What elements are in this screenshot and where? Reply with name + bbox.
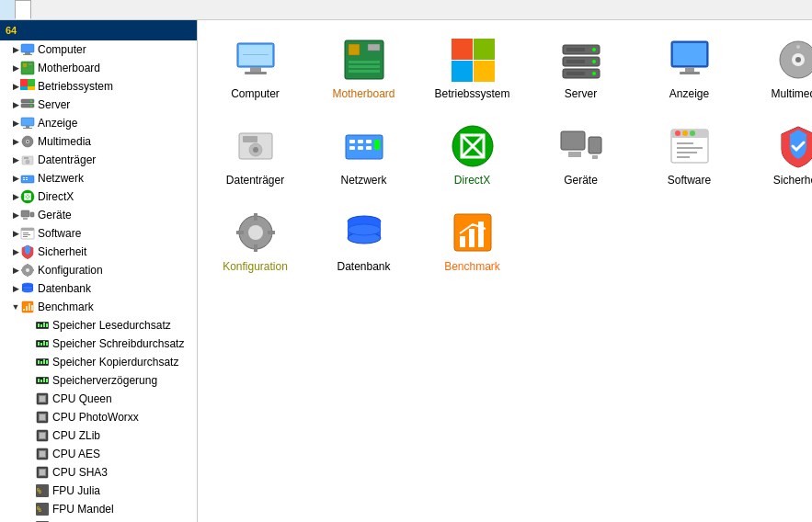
sidebar-item-anzeige[interactable]: ▶Anzeige <box>0 114 197 132</box>
sidebar-item-directx[interactable]: ▶DirectX <box>0 187 197 206</box>
sidebar-item-speicher-kopier[interactable]: Speicher Kopierdurchsatz <box>0 353 197 371</box>
sidebar-item-label: Software <box>38 227 81 240</box>
sidebar-item-cpu-photo[interactable]: CPU PhotoWorxx <box>0 408 197 426</box>
grid-item-benchmark[interactable]: Benchmark <box>424 202 520 281</box>
svg-rect-140 <box>358 146 363 150</box>
svg-rect-49 <box>22 301 33 312</box>
sidebar-item-betriebssystem[interactable]: ▶Betriebssystem <box>0 77 197 96</box>
svg-rect-59 <box>40 343 42 346</box>
favorites-tab[interactable] <box>15 0 31 19</box>
svg-rect-88 <box>40 470 45 475</box>
svg-point-130 <box>796 45 800 49</box>
svg-rect-70 <box>38 379 40 382</box>
sidebar-item-fpu-julia[interactable]: %FPU Julia <box>0 482 197 500</box>
svg-point-15 <box>30 105 32 107</box>
expand-arrow: ▶ <box>11 45 20 54</box>
grid-item-konfiguration[interactable]: Konfiguration <box>207 202 303 281</box>
sidebar-item-fpu-mandel[interactable]: %FPU Mandel <box>0 500 197 518</box>
svg-rect-82 <box>40 433 45 438</box>
svg-point-23 <box>26 160 29 164</box>
grid-item-label: Sicherheit <box>773 174 812 187</box>
grid-item-sicherheit[interactable]: Sicherheit <box>749 116 812 195</box>
grid-item-computer[interactable]: Computer <box>207 29 303 108</box>
sidebar-item-cpu-sha3[interactable]: CPU SHA3 <box>0 463 197 482</box>
menu-item[interactable] <box>0 0 15 19</box>
sidebar-item-netzwerk[interactable]: ▶Netzwerk <box>0 169 197 187</box>
sidebar-item-cpu-queen[interactable]: CPU Queen <box>0 390 197 408</box>
svg-rect-108 <box>349 65 380 68</box>
sidebar-item-label: CPU Queen <box>52 392 112 405</box>
svg-rect-107 <box>349 61 380 63</box>
svg-rect-121 <box>566 60 585 63</box>
display-icon <box>20 116 35 130</box>
svg-rect-53 <box>40 324 42 327</box>
svg-rect-160 <box>254 244 257 252</box>
expand-arrow: ▼ <box>11 302 20 312</box>
svg-rect-110 <box>452 39 473 60</box>
grid-item-label: Betriebssystem <box>434 87 509 100</box>
sidebar-item-geraete[interactable]: ▶Geräte <box>0 206 197 224</box>
grid-item-geraete[interactable]: Geräte <box>532 116 629 195</box>
grid-item-datentraeger[interactable]: Datenträger <box>207 116 303 195</box>
sidebar-item-multimedia[interactable]: ▶Multimedia <box>0 132 197 151</box>
security-icon <box>20 244 35 259</box>
sidebar-item-label: FPU Mandel <box>52 503 114 516</box>
svg-rect-0 <box>21 44 34 52</box>
sidebar-item-computer[interactable]: ▶Computer <box>0 40 197 59</box>
sidebar-item-label: DirectX <box>38 190 74 203</box>
svg-rect-44 <box>31 269 34 271</box>
svg-rect-144 <box>561 131 585 150</box>
svg-rect-142 <box>374 140 380 150</box>
sidebar-item-speicher-verz[interactable]: Speicherverzögerung <box>0 371 197 390</box>
grid-item-label: Geräte <box>564 174 598 187</box>
grid-item-multimedia[interactable]: Multimedia <box>749 29 812 108</box>
grid-item-datenbank[interactable]: Datenbank <box>315 202 412 281</box>
sidebar-item-konfiguration[interactable]: ▶Konfiguration <box>0 261 197 279</box>
svg-rect-102 <box>245 72 267 74</box>
svg-point-119 <box>592 72 596 75</box>
grid-item-directx[interactable]: DirectX <box>424 116 520 195</box>
grid-item-anzeige[interactable]: Anzeige <box>641 29 738 108</box>
sidebar-item-motherboard[interactable]: ▶Motherboard <box>0 59 197 77</box>
svg-rect-54 <box>43 323 45 327</box>
sidebar-item-software[interactable]: ▶Software <box>0 224 197 243</box>
motherboard-large-icon <box>342 38 386 82</box>
sidebar-item-label: Speicher Lesedurchsatz <box>52 319 171 332</box>
grid-item-label: Benchmark <box>444 260 500 273</box>
sidebar-item-benchmark[interactable]: ▼Benchmark <box>0 298 197 316</box>
svg-rect-5 <box>29 63 32 65</box>
sidebar-item-cpu-zlib[interactable]: CPU ZLib <box>0 426 197 445</box>
sidebar-item-sicherheit[interactable]: ▶Sicherheit <box>0 243 197 261</box>
grid-item-label: Software <box>668 174 711 187</box>
grid-item-server[interactable]: Server <box>532 29 629 108</box>
svg-rect-154 <box>677 147 703 149</box>
svg-rect-38 <box>23 236 28 237</box>
sidebar-item-label: Motherboard <box>38 62 100 74</box>
svg-rect-65 <box>40 361 42 364</box>
sidebar-item-fpu-sinjulia[interactable]: %FPU SinJulia <box>0 518 197 522</box>
sidebar-item-datenbank[interactable]: ▶Datenbank <box>0 279 197 298</box>
svg-rect-109 <box>349 70 380 73</box>
svg-text:%: % <box>37 505 41 514</box>
sidebar-item-cpu-aes[interactable]: CPU AES <box>0 445 197 463</box>
sidebar-item-datentraeger[interactable]: ▶Datenträger <box>0 151 197 169</box>
grid-item-motherboard[interactable]: Motherboard <box>315 29 412 108</box>
grid-item-software[interactable]: Software <box>641 116 738 195</box>
svg-rect-113 <box>474 61 495 82</box>
grid-item-label: Netzwerk <box>340 174 386 187</box>
svg-rect-64 <box>38 360 40 364</box>
expand-arrow: ▶ <box>11 137 20 146</box>
cpu-bench-icon <box>35 410 50 425</box>
grid-item-betriebssystem[interactable]: Betriebssystem <box>424 29 520 108</box>
svg-rect-125 <box>685 67 694 72</box>
sidebar-item-server[interactable]: ▶Server <box>0 96 197 114</box>
sidebar-item-speicher-lese[interactable]: Speicher Lesedurchsatz <box>0 316 197 335</box>
sidebar-item-label: Betriebssystem <box>38 80 113 93</box>
sidebar-item-speicher-schreib[interactable]: Speicher Schreibdurchsatz <box>0 335 197 353</box>
multimedia-icon <box>20 134 35 149</box>
grid-item-netzwerk[interactable]: Netzwerk <box>315 116 412 195</box>
sidebar-item-label: CPU PhotoWorxx <box>52 411 139 424</box>
database-icon <box>20 281 35 296</box>
svg-rect-122 <box>566 72 585 75</box>
content-area: Computer Motherboard Betriebssystem <box>198 20 812 522</box>
